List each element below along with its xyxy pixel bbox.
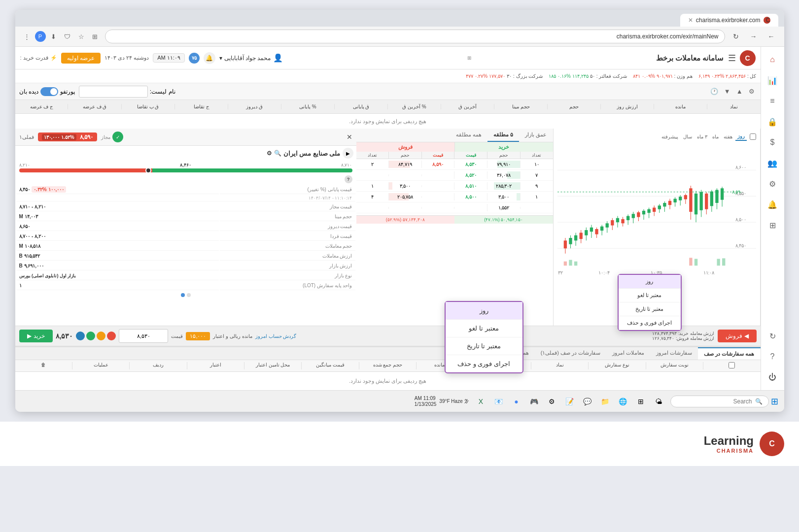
validity-day-option[interactable]: روز	[446, 302, 522, 320]
taskbar-browser-app[interactable]: 🌐	[615, 394, 631, 409]
history-btn[interactable]: 🕐	[708, 87, 720, 96]
sidebar-chart-icon[interactable]: 📊	[764, 71, 781, 89]
ob-tab-all[interactable]: همه مطلقه	[450, 129, 487, 142]
period-year-btn[interactable]: سال	[681, 133, 694, 140]
tab-symbol-queue[interactable]: سفارشات در صف (فملی۱)	[535, 347, 607, 360]
down-btn[interactable]: ▼	[722, 87, 732, 96]
address-bar[interactable]	[105, 30, 725, 43]
active-tab[interactable]: C charisma.exirbroker.com ✕	[680, 14, 778, 27]
period-month-btn[interactable]: ماه	[710, 133, 721, 140]
sidebar-lock-icon[interactable]: 🔒	[764, 113, 781, 131]
list-search[interactable]	[79, 86, 148, 98]
svg-text:C: C	[769, 439, 775, 448]
tab-today-orders[interactable]: سفارشات امروز	[650, 347, 698, 360]
taskbar-search-input[interactable]	[683, 398, 752, 405]
ob-r5-buy-price	[454, 207, 487, 209]
taskbar-excel-app[interactable]: X	[473, 394, 489, 409]
hamburger-button[interactable]: ☰	[728, 53, 736, 64]
trade-validity-day[interactable]: روز	[619, 275, 681, 289]
select-all-checkbox[interactable]	[729, 362, 735, 368]
trade-validity-immediate[interactable]: اجرای فوری و حذف	[619, 316, 681, 330]
dot-1[interactable]	[187, 293, 191, 297]
taskbar-search-box[interactable]: 🔍	[670, 396, 769, 407]
tab-today-trades[interactable]: معاملات امروز	[606, 347, 650, 360]
orders-th-row: ردیف	[129, 362, 186, 369]
taskbar-files-app[interactable]: 📁	[597, 394, 613, 409]
account-link[interactable]: گردش حساب امروز	[255, 333, 297, 339]
taskbar-weather-app[interactable]: 🌤	[651, 394, 666, 409]
view-toggle[interactable]	[40, 87, 58, 96]
sidebar-bell-icon[interactable]: 🔔	[764, 196, 781, 213]
period-3month-btn[interactable]: ۳ ماه	[695, 133, 709, 140]
trade-validity-cancel[interactable]: معتبر تا لغو	[619, 289, 681, 302]
tab-all-queue[interactable]: همه سفارشات در صف	[698, 347, 760, 360]
taskbar-game-app[interactable]: 🎮	[526, 394, 542, 409]
period-week-btn[interactable]: هفته	[722, 133, 734, 140]
svg-rect-73	[720, 188, 723, 200]
notifications-icon[interactable]: 🔔	[204, 52, 215, 64]
extensions-icon[interactable]: ⊞	[89, 31, 101, 42]
sidebar-dollar-icon[interactable]: $	[764, 133, 781, 151]
empty-message: هیچ ردیفی برای نمایش وجود ندارد.	[349, 118, 426, 125]
ticker-nav-icon[interactable]: ▶	[343, 148, 353, 159]
ob-tab-depth[interactable]: عمق بازار	[519, 129, 553, 142]
sidebar-refresh-icon[interactable]: ↻	[764, 327, 781, 345]
svg-rect-41	[637, 212, 640, 217]
trade-row: ◀ فروش ارزش معامله خرید: ۱۲۸,۳۷۴,۳۹۳ ارز…	[15, 326, 761, 346]
chart-checkbox[interactable]	[750, 133, 756, 140]
stock-detail-table: قیمت پایانی (% تغییر) ۱۰۰,۰۰۰ ۰.۳۲% ۸,۴۵…	[15, 184, 356, 291]
sell-value: ارزش معامله فروش: ۱۲۶,۷۵,۳۴۰	[652, 336, 714, 341]
sidebar-settings-icon[interactable]: ⚙	[764, 175, 781, 193]
sidebar-power-icon[interactable]: ⏻	[764, 368, 781, 386]
orders-empty: هیچ ردیفی برای نمایش وجود ندارد.	[15, 372, 761, 390]
period-advanced-btn[interactable]: پیشرفته	[660, 133, 680, 140]
info-icon[interactable]: ?	[345, 175, 352, 183]
sidebar-home-icon[interactable]: ⌂	[764, 51, 781, 68]
ob-r3-buy-vol: ۲۸۵,۳۰۲	[487, 182, 520, 190]
refresh-button[interactable]: ↻	[729, 30, 743, 43]
validity-until-cancel-option[interactable]: معتبر تا لغو	[446, 320, 522, 337]
sidebar-list-icon[interactable]: ≡	[764, 92, 781, 110]
settings-btn[interactable]: ⚙	[747, 87, 757, 96]
taskbar-chrome-app[interactable]: ●	[509, 394, 524, 409]
svg-rect-35	[621, 219, 624, 223]
profile-icon[interactable]: P	[35, 31, 46, 42]
stock-close-btn[interactable]: ✕	[347, 133, 352, 141]
validity-immediate-cancel-option[interactable]: اجرای فوری و حذف	[446, 355, 522, 372]
taskbar-settings-app[interactable]: ⚙	[544, 394, 560, 409]
tab-close-btn[interactable]: ✕	[688, 17, 693, 24]
download-icon[interactable]: ⬇	[48, 31, 60, 42]
offer-button[interactable]: عرضه اولیه	[61, 53, 101, 64]
svg-rect-25	[595, 229, 598, 234]
back-button[interactable]: ←	[764, 30, 778, 43]
ob-tab-5best[interactable]: ۵ مطلقه	[487, 129, 519, 142]
taskbar-teams-app[interactable]: 💬	[580, 394, 595, 409]
menu-icon[interactable]: ⋮	[21, 31, 33, 42]
validity-until-date-option[interactable]: معتبر تا تاریخ	[446, 337, 522, 355]
stat-company-value: ۱۱۴,۲۴۵	[572, 73, 589, 79]
sidebar-users-icon[interactable]: 👥	[764, 154, 781, 172]
taskbar-vscode-app[interactable]: 📝	[562, 394, 578, 409]
sell-button[interactable]: ◀ فروش	[718, 330, 757, 342]
stock-search-btn[interactable]: 🔍	[274, 150, 281, 157]
taskbar-windows-app[interactable]: ⊞	[633, 394, 649, 409]
clock-display: 11:09 AM 1/13/2025	[415, 396, 437, 407]
up-btn[interactable]: ▲	[734, 87, 745, 96]
ob-r3-sell-count: ۱	[356, 182, 388, 190]
sidebar-grid-icon[interactable]: ⊞	[764, 216, 781, 234]
period-day-btn[interactable]: روز	[735, 133, 747, 141]
buy-button[interactable]: خرید ▶	[19, 330, 53, 342]
bookmark-icon[interactable]: ☆	[75, 31, 87, 42]
taskbar-mail-app[interactable]: 📧	[491, 394, 507, 409]
forward-button[interactable]: →	[747, 30, 761, 43]
start-button[interactable]: ⊞	[771, 396, 778, 407]
sidebar-help-icon[interactable]: ?	[764, 348, 781, 366]
trade-validity-date[interactable]: معتبر تا تاریخ	[619, 302, 681, 316]
stock-settings-btn[interactable]: ⚙	[267, 150, 272, 157]
price-input[interactable]	[119, 329, 168, 343]
detail-label-lot: واحد پایه سفارش (LOT)	[220, 281, 355, 290]
detail-value-mktcap: ۹,۶۹۱,۰۰۰ B	[16, 262, 219, 270]
dot-2[interactable]	[181, 293, 185, 297]
shield-icon[interactable]: 🛡	[62, 31, 73, 42]
last-price-badge: ۱۰۰,۰۰۰ ۰.۳۲%	[32, 186, 66, 193]
